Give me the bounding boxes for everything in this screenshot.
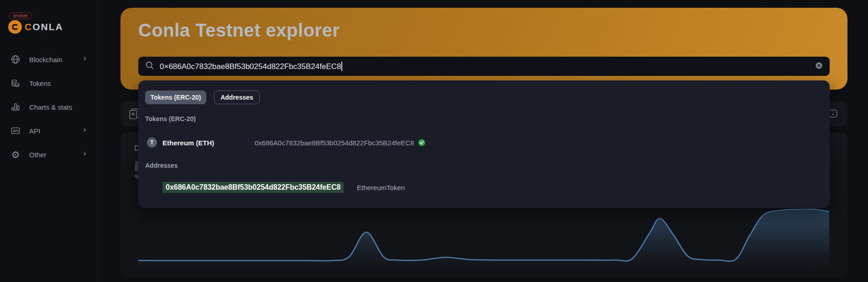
search-input-value: 0×686A0c7832bae8Bf53b0254d822Fbc35B24feE…: [160, 62, 341, 71]
token-name: Ethereum (ETH): [162, 139, 214, 147]
sidebar-nav: Blockchain Tokens: [0, 51, 98, 170]
search-bar[interactable]: 0×686A0c7832bae8Bf53b0254d822Fbc35B24feE…: [138, 57, 830, 76]
tab-tokens-erc20[interactable]: Tokens (ERC-20): [145, 90, 206, 104]
main-content: Conla Testnet explorer 0×686A0c7832bae8B…: [98, 0, 868, 282]
address-suggestion-row[interactable]: 0x686A0c7832bae8Bf53b0254d822Fbc35B24feE…: [145, 180, 823, 195]
sidebar: testnet CONLA Blockchain: [0, 0, 98, 282]
address-label: EthereumToken: [357, 184, 405, 192]
search-icon: [145, 60, 155, 72]
gear-icon: ⚙: [10, 150, 21, 160]
svg-text:API: API: [13, 129, 18, 133]
clear-search-icon[interactable]: [815, 61, 823, 72]
brand-rest: ONLA: [32, 21, 63, 32]
address-identicon: [146, 182, 157, 193]
transactions-area-chart: [138, 201, 829, 279]
hero-banner: Conla Testnet explorer 0×686A0c7832bae8B…: [120, 8, 847, 90]
sidebar-item-blockchain[interactable]: Blockchain: [5, 51, 92, 68]
conla-logo-icon: [8, 20, 22, 34]
tokens-section-header: Tokens (ERC-20): [145, 115, 196, 122]
token-address: 0x686A0c7832bae8Bf53b0254d822Fbc35B24feE…: [255, 139, 414, 147]
text-caret: [341, 62, 342, 71]
chevron-right-icon: [82, 55, 88, 64]
token-suggestion-row[interactable]: T Ethereum (ETH) 0x686A0c7832bae8Bf53b02…: [145, 135, 823, 150]
sidebar-item-api[interactable]: API API: [5, 122, 92, 139]
coins-icon: [10, 78, 21, 88]
chevron-right-icon: [82, 127, 88, 135]
api-icon: API: [10, 126, 21, 136]
search-suggestions-dropdown: Tokens (ERC-20) Addresses Tokens (ERC-20…: [138, 80, 830, 208]
address-highlighted: 0x686A0c7832bae8Bf53b0254d822Fbc35B24feE…: [162, 182, 344, 193]
sidebar-item-label: API: [29, 127, 73, 135]
sidebar-item-other[interactable]: ⚙ Other: [5, 146, 92, 163]
sidebar-item-tokens[interactable]: Tokens: [5, 75, 92, 91]
chevron-right-icon: [82, 150, 88, 159]
page: testnet CONLA Blockchain: [0, 0, 868, 282]
testnet-badge: testnet: [9, 12, 32, 19]
page-title: Conla Testnet explorer: [138, 20, 340, 41]
tab-addresses[interactable]: Addresses: [214, 90, 260, 104]
sidebar-item-label: Charts & stats: [29, 103, 88, 111]
bar-chart-icon: [10, 102, 21, 112]
sidebar-item-label: Blockchain: [29, 56, 73, 64]
token-avatar: T: [147, 138, 157, 148]
search-input[interactable]: 0×686A0c7832bae8Bf53b0254d822Fbc35B24feE…: [160, 62, 815, 71]
verified-check-icon: [418, 139, 425, 148]
globe-icon: [10, 54, 21, 64]
sidebar-item-label: Tokens: [29, 80, 88, 87]
addresses-section-header: Addresses: [145, 162, 178, 169]
brand-logo[interactable]: CONLA: [8, 20, 63, 34]
brand-name: CONLA: [25, 21, 63, 32]
sidebar-item-charts-stats[interactable]: Charts & stats: [5, 99, 92, 115]
brand-first-letter: C: [25, 21, 32, 32]
sidebar-item-label: Other: [29, 151, 73, 159]
